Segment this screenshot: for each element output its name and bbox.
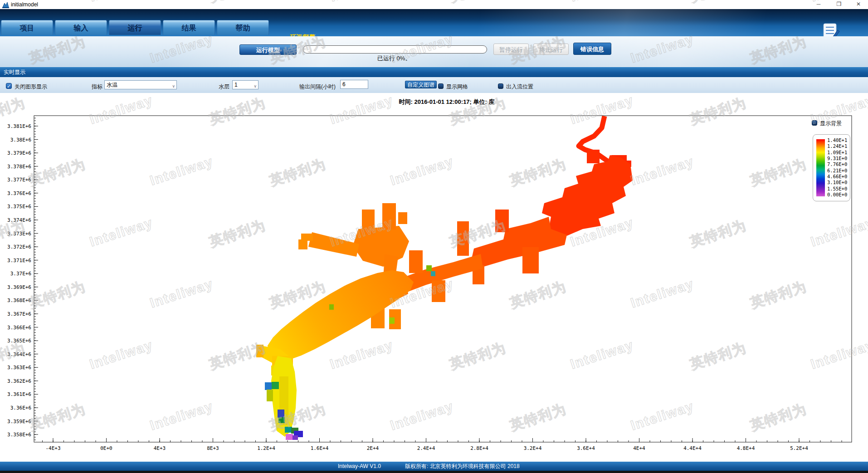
legend-value: 1.40E+1	[827, 138, 849, 143]
layer-select[interactable]: 1 ∨	[232, 80, 258, 89]
y-tick-label: 3.373E+6	[7, 231, 31, 237]
stop-run-button[interactable]: 终止运行	[533, 44, 569, 55]
legend-value: 9.31E+0	[827, 156, 849, 161]
y-tick-label: 3.366E+6	[7, 325, 31, 331]
indicator-value: 水温	[107, 82, 117, 88]
title-bar: initialmodel ─ ❐ ✕	[0, 0, 868, 10]
y-tick-label: 3.368E+6	[7, 297, 31, 303]
x-tick-label: 2.8E+4	[470, 445, 488, 451]
y-axis: 3.381E+63.38E+63.379E+63.378E+63.377E+63…	[7, 118, 38, 440]
x-tick-label: 4E+3	[154, 445, 166, 451]
y-tick-label: 3.361E+6	[7, 391, 31, 397]
layer-label: 水层	[219, 83, 229, 91]
y-tick-label: 3.378E+6	[7, 164, 31, 170]
legend-value: 0.00E+0	[827, 192, 849, 197]
y-tick-label: 3.367E+6	[7, 311, 31, 317]
minimize-button[interactable]: ─	[812, 0, 825, 8]
run-status-text: 已运行 0%。	[377, 54, 411, 63]
x-tick-label: 3.6E+4	[577, 445, 595, 451]
legend-values: 1.40E+11.24E+11.09E+19.31E+07.76E+06.21E…	[827, 138, 849, 197]
tab-input[interactable]: 输入	[55, 20, 107, 35]
tab-help[interactable]: 帮助	[217, 20, 269, 35]
legend: 显示背景 1.40E+11.24E+11.09E+19.31E+07.76E+0…	[811, 119, 853, 127]
status-copyright: 版权所有: 北京英特利为环境科技有限公司 2018	[405, 462, 520, 471]
run-toolbar: 运行模型 已运行 0%。 暂停运行 终止运行 错误信息	[0, 36, 868, 67]
window-title: initialmodel	[11, 1, 38, 8]
y-tick-label: 3.374E+6	[7, 217, 31, 223]
status-app-version: Intelway-AW V1.0	[338, 462, 381, 471]
interval-label: 输出间隔(小时)	[299, 83, 336, 91]
y-tick-label: 3.363E+6	[7, 365, 31, 371]
ribbon-tabs: 项目输入运行结果帮助	[0, 20, 499, 35]
y-tick-label: 3.38E+6	[10, 137, 31, 143]
x-tick-label: 8E+3	[207, 445, 219, 451]
x-tick-label: 0E+0	[100, 445, 112, 451]
legend-value: 3.10E+0	[827, 180, 849, 185]
indicator-label: 指标	[92, 83, 102, 91]
layer-value: 1	[234, 82, 238, 88]
legend-color-gradient	[816, 139, 825, 196]
legend-value: 6.21E+0	[827, 168, 849, 173]
realtime-controls: ✓ 关闭图形显示 指标 水温 ∨ 水层 1 ∨ 输出间隔(小时) 6 自定义图谱…	[0, 77, 868, 93]
pause-run-button[interactable]: 暂停运行	[493, 44, 529, 55]
map-heatmap	[256, 116, 633, 440]
chevron-down-icon: ∨	[254, 82, 257, 90]
y-tick-label: 3.379E+6	[7, 150, 31, 156]
y-tick-label: 3.377E+6	[7, 177, 31, 183]
y-tick-label: 3.364E+6	[7, 351, 31, 357]
y-tick-label: 3.381E+6	[7, 123, 31, 129]
plot-area: 时间: 2016-01-01 12:00:17; 单位: 度 -4E+30E+0…	[0, 93, 868, 462]
inout-flow-checkbox[interactable]	[498, 83, 503, 89]
legend-value: 1.09E+1	[827, 150, 849, 155]
close-button[interactable]: ✕	[852, 0, 865, 8]
realtime-section-header: 实时显示	[0, 67, 868, 77]
heatmap-plot: -4E+30E+04E+38E+31.2E+41.6E+42E+42.4E+42…	[0, 93, 868, 462]
legend-value: 1.24E+1	[827, 144, 849, 149]
inout-flow-label: 出入流位置	[506, 83, 533, 91]
x-tick-label: 4E+4	[633, 445, 645, 451]
app-icon	[2, 1, 9, 8]
interval-input[interactable]: 6	[340, 80, 368, 89]
error-info-button[interactable]: 错误信息	[573, 43, 611, 55]
y-tick-label: 3.369E+6	[7, 284, 31, 290]
x-tick-label: 5.2E+4	[790, 445, 808, 451]
tab-result[interactable]: 结果	[163, 20, 215, 35]
x-axis: -4E+30E+04E+38E+31.2E+41.6E+42E+42.4E+42…	[43, 438, 842, 451]
show-background-checkbox[interactable]	[812, 120, 817, 126]
x-tick-label: 1.6E+4	[311, 445, 329, 451]
show-background-label: 显示背景	[820, 120, 842, 127]
y-tick-label: 3.362E+6	[7, 378, 31, 384]
y-tick-label: 3.358E+6	[7, 432, 31, 438]
y-tick-label: 3.372E+6	[7, 244, 31, 250]
y-tick-label: 3.375E+6	[7, 204, 31, 210]
legend-value: 1.55E+0	[827, 186, 849, 191]
legend-value: 4.66E+0	[827, 174, 849, 179]
tab-run[interactable]: 运行	[109, 20, 161, 35]
indicator-select[interactable]: 水温 ∨	[104, 80, 177, 89]
x-tick-label: 4.4E+4	[683, 445, 702, 451]
show-grid-checkbox[interactable]	[438, 83, 444, 89]
chevron-down-icon: ∨	[172, 82, 175, 90]
close-graph-checkbox[interactable]: ✓	[6, 83, 12, 89]
x-tick-label: 3.2E+4	[524, 445, 542, 451]
legend-header: 显示背景	[811, 119, 853, 127]
realtime-header-label: 实时显示	[4, 69, 25, 75]
maximize-button[interactable]: ❐	[832, 0, 846, 8]
x-tick-label: -4E+3	[45, 445, 60, 451]
run-model-button[interactable]: 运行模型	[239, 44, 297, 55]
y-tick-label: 3.371E+6	[7, 258, 31, 263]
close-graph-label: 关闭图形显示	[15, 83, 47, 91]
tab-project[interactable]: 项目	[1, 20, 53, 35]
x-tick-label: 4.8E+4	[737, 445, 755, 451]
y-tick-label: 3.36E+6	[10, 405, 31, 411]
custom-spectrum-button[interactable]: 自定义图谱	[405, 81, 437, 88]
status-bar: Intelway-AW V1.0 版权所有: 北京英特利为环境科技有限公司 20…	[0, 462, 868, 471]
y-tick-label: 3.359E+6	[7, 419, 31, 424]
show-grid-label: 显示网格	[446, 83, 468, 91]
x-tick-label: 1.2E+4	[257, 445, 275, 451]
x-tick-label: 2E+4	[367, 445, 379, 451]
y-tick-label: 3.376E+6	[7, 190, 31, 196]
legend-value: 7.76E+0	[827, 162, 849, 167]
x-tick-label: 2.4E+4	[417, 445, 435, 451]
application-window: initialmodel ─ ❐ ✕ 项目输入运行结果帮助 环评/预警 运行模型…	[0, 0, 868, 473]
